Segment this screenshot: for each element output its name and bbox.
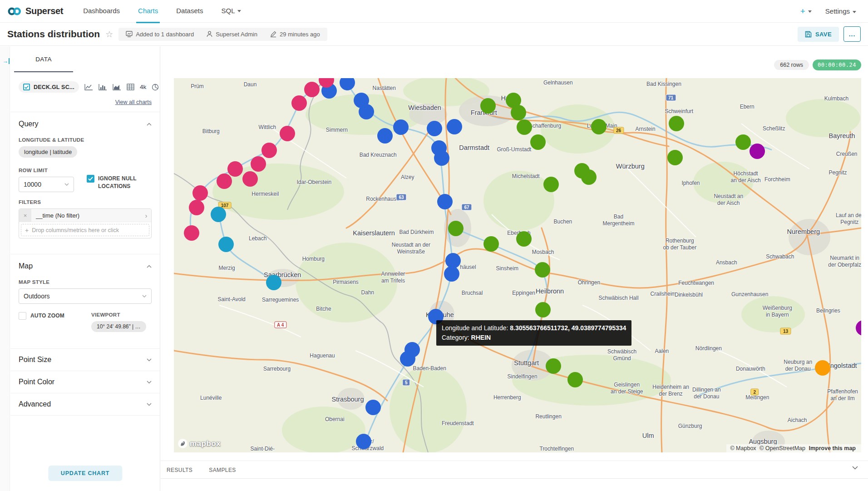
map-point-blue[interactable] bbox=[377, 128, 393, 144]
map-point-blue[interactable] bbox=[400, 351, 415, 367]
tab-data[interactable]: DATA bbox=[14, 46, 73, 72]
nav-item-charts[interactable]: Charts bbox=[129, 0, 167, 23]
map-point-green[interactable] bbox=[517, 119, 532, 135]
area-chart-icon[interactable] bbox=[113, 84, 121, 90]
tab-results[interactable]: RESULTS bbox=[167, 467, 192, 473]
nav-item-datasets[interactable]: Datasets bbox=[167, 0, 212, 23]
map-section-header[interactable]: Map bbox=[10, 254, 160, 272]
map-point-pink[interactable] bbox=[280, 126, 295, 141]
nav-item-dashboards[interactable]: Dashboards bbox=[74, 0, 129, 23]
expand-datasource-icon[interactable]: → bbox=[2, 58, 10, 64]
map-point-green[interactable] bbox=[511, 105, 526, 120]
map-point-pink[interactable] bbox=[217, 174, 232, 189]
lonlat-value-pill[interactable]: longitude | latitude bbox=[19, 146, 77, 158]
chart-area: 662 rows 00:00:00.24 bbox=[161, 46, 868, 491]
map-place-label: Idar-Oberstein bbox=[296, 179, 331, 186]
point-size-section[interactable]: Point Size bbox=[10, 349, 160, 371]
map-point-pink[interactable] bbox=[251, 156, 266, 172]
map-point-purple[interactable] bbox=[750, 144, 765, 159]
view-all-charts-link[interactable]: View all charts bbox=[10, 94, 160, 112]
map-place-label: Rothenburgob der Tauber bbox=[663, 238, 696, 251]
tooltip-coordinates: 8.305563766511732, 49.0389774795334 bbox=[510, 324, 626, 332]
big-number-icon[interactable]: 4k bbox=[140, 84, 146, 90]
filter-drop-zone[interactable]: + Drop columns/metrics here or click bbox=[21, 224, 149, 236]
improve-map-link[interactable]: Improve this map bbox=[809, 445, 856, 451]
map-point-green[interactable] bbox=[669, 116, 684, 131]
map-point-green[interactable] bbox=[591, 119, 607, 134]
filter-item-time[interactable]: × __time (No filter) › bbox=[19, 209, 151, 222]
map-point-green[interactable] bbox=[483, 236, 499, 252]
favorite-star-icon[interactable]: ☆ bbox=[105, 29, 113, 40]
map-point-pink[interactable] bbox=[192, 185, 208, 201]
viewport-value-pill[interactable]: 10° 24' 49.86" | … bbox=[91, 321, 146, 332]
map-canvas[interactable]: Longitude and Latitude: 8.30556376651173… bbox=[174, 78, 861, 452]
new-item-button[interactable]: + bbox=[800, 6, 812, 16]
map-point-orange[interactable] bbox=[815, 360, 830, 376]
map-point-blue[interactable] bbox=[359, 104, 374, 119]
osm-attribution-link[interactable]: © OpenStreetMap bbox=[760, 445, 805, 451]
map-point-green[interactable] bbox=[516, 231, 532, 247]
settings-menu[interactable]: Settings bbox=[825, 7, 856, 15]
chart-owner[interactable]: Superset Admin bbox=[207, 31, 257, 38]
map-point-blue[interactable] bbox=[356, 434, 371, 449]
map-place-label: Lebach bbox=[249, 235, 266, 242]
map-point-green[interactable] bbox=[530, 134, 546, 150]
map-point-cyan[interactable] bbox=[266, 275, 281, 290]
update-chart-button[interactable]: UPDATE CHART bbox=[48, 466, 122, 481]
last-modified[interactable]: 29 minutes ago bbox=[270, 31, 320, 38]
map-style-select[interactable]: Outdoors bbox=[19, 288, 152, 304]
row-limit-select[interactable]: 10000 bbox=[19, 177, 74, 192]
dashboard-count[interactable]: Added to 1 dashboard bbox=[126, 31, 194, 38]
superset-logo[interactable]: Superset bbox=[0, 6, 74, 16]
bar-chart-icon[interactable] bbox=[99, 84, 107, 90]
mapbox-logo[interactable]: mapbox bbox=[178, 438, 221, 449]
map-place-label: Daun bbox=[244, 81, 257, 88]
map-place-label: Alzey bbox=[401, 174, 414, 181]
query-section-header[interactable]: Query bbox=[10, 112, 160, 130]
viz-type-chip[interactable]: DECK.GL SC... bbox=[19, 81, 79, 93]
dashboard-icon bbox=[126, 31, 133, 37]
map-point-blue[interactable] bbox=[444, 266, 459, 282]
map-point-green[interactable] bbox=[535, 262, 550, 278]
map-point-green[interactable] bbox=[667, 150, 683, 165]
map-point-green[interactable] bbox=[581, 169, 597, 185]
save-button[interactable]: SAVE bbox=[798, 27, 839, 42]
map-point-pink[interactable] bbox=[184, 225, 199, 241]
mapbox-attribution-link[interactable]: © Mapbox bbox=[730, 445, 756, 451]
point-color-section[interactable]: Point Color bbox=[10, 371, 160, 393]
map-point-cyan[interactable] bbox=[211, 207, 226, 222]
map-point-pink[interactable] bbox=[189, 200, 204, 215]
map-point-green[interactable] bbox=[546, 358, 561, 374]
map-point-pink[interactable] bbox=[242, 171, 258, 187]
ignore-null-checkbox[interactable] bbox=[87, 175, 94, 183]
map-point-green[interactable] bbox=[735, 134, 751, 150]
map-point-pink[interactable] bbox=[227, 161, 243, 177]
chevron-down-icon bbox=[853, 11, 856, 13]
map-point-cyan[interactable] bbox=[218, 237, 234, 252]
collapse-results-icon[interactable] bbox=[852, 466, 858, 470]
pie-chart-icon[interactable] bbox=[152, 84, 159, 91]
map-point-blue[interactable] bbox=[393, 119, 409, 135]
map-point-pink[interactable] bbox=[304, 82, 320, 97]
map-point-blue[interactable] bbox=[434, 150, 449, 166]
auto-zoom-checkbox[interactable] bbox=[19, 312, 26, 320]
map-point-pink[interactable] bbox=[261, 143, 277, 158]
map-point-green[interactable] bbox=[480, 98, 496, 114]
viz-type-label: DECK.GL SC... bbox=[34, 84, 74, 90]
nav-item-sql[interactable]: SQL bbox=[212, 0, 250, 23]
map-point-green[interactable] bbox=[567, 372, 583, 387]
map-point-green[interactable] bbox=[448, 221, 464, 236]
table-chart-icon[interactable] bbox=[127, 84, 134, 90]
more-options-button[interactable]: ... bbox=[843, 26, 861, 42]
map-point-pink[interactable] bbox=[291, 95, 307, 111]
map-point-green[interactable] bbox=[535, 302, 551, 317]
advanced-section[interactable]: Advanced bbox=[10, 393, 160, 415]
map-point-green[interactable] bbox=[543, 177, 559, 192]
map-point-blue[interactable] bbox=[427, 121, 442, 136]
remove-filter-icon[interactable]: × bbox=[19, 209, 31, 222]
map-point-blue[interactable] bbox=[437, 194, 453, 209]
map-point-blue[interactable] bbox=[447, 119, 462, 134]
map-point-blue[interactable] bbox=[365, 400, 381, 415]
tab-samples[interactable]: SAMPLES bbox=[209, 467, 236, 473]
line-chart-icon[interactable] bbox=[84, 84, 93, 90]
